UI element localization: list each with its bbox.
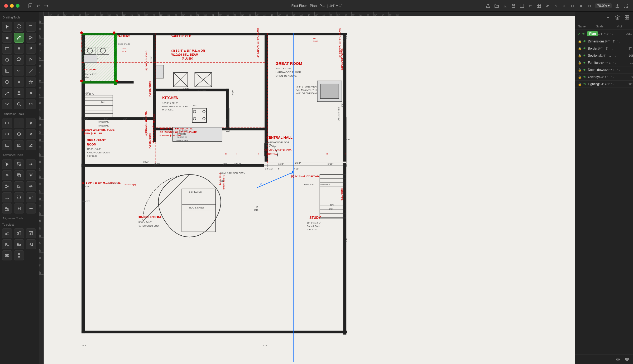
para-tool[interactable]: P — [26, 44, 36, 54]
lighting-scale-arrows[interactable]: ⌃⌄ — [611, 83, 615, 86]
adv-trim-tool[interactable] — [26, 170, 36, 180]
layer-border[interactable]: 🔒 👁 Border 1/4" = 1' ⌃⌄ 37 — [575, 45, 633, 52]
dim-chain-tool[interactable] — [2, 129, 12, 139]
person-tool[interactable] — [14, 88, 24, 98]
hand-tool[interactable] — [2, 33, 12, 43]
export-icon[interactable] — [615, 3, 620, 9]
maximize-button[interactable] — [16, 4, 20, 8]
dim-baseline-tool[interactable] — [2, 140, 12, 150]
dim-linear-tool[interactable] — [2, 118, 12, 128]
plan-scale-arrows[interactable]: ⌃⌄ — [610, 32, 614, 35]
lighting-eye-icon[interactable]: 👁 — [583, 82, 586, 86]
align-left-bottom-btn[interactable] — [2, 228, 12, 238]
layers2-icon[interactable] — [519, 3, 525, 9]
adv-move-tool[interactable] — [2, 170, 12, 180]
plan-eye-icon[interactable]: 👁 — [582, 32, 586, 36]
adv-split-tool[interactable] — [26, 159, 36, 169]
sectional-eye-icon[interactable]: 👁 — [583, 54, 586, 57]
download-icon[interactable] — [502, 3, 508, 9]
settings-icon[interactable] — [615, 356, 621, 363]
dim-eye-icon[interactable]: 👁 — [583, 40, 586, 43]
dim-text-tool[interactable]: T — [14, 118, 24, 128]
sync-icon[interactable]: ⟳ — [544, 3, 550, 9]
folder-icon[interactable] — [494, 3, 500, 9]
doors-scale-arrows[interactable]: ⌃⌄ — [616, 69, 620, 71]
cut2-icon[interactable]: ✂ — [528, 3, 533, 9]
circle-tool[interactable] — [2, 55, 12, 65]
layer-lighting[interactable]: 🔒 👁 Lighting 1/4" = 1' ⌃⌄ 126 — [575, 81, 633, 88]
undo-icon[interactable]: ↩ — [35, 3, 41, 9]
adv-cut2-tool[interactable] — [14, 181, 24, 191]
tool3-icon[interactable]: ⊡ — [587, 3, 592, 9]
blueprint-drawing[interactable]: (3) 1 3/4" x 18" M.L.'s OR W10x26 STL. B… — [44, 16, 575, 364]
tool2-icon[interactable]: ⊠ — [578, 3, 584, 9]
scissors-tool[interactable] — [26, 33, 36, 43]
new-doc-icon[interactable] — [27, 3, 33, 9]
canvas-area[interactable]: 12' 13' 14' 15' 16' 17' 18' 19' 20' 21' … — [39, 12, 575, 364]
dim-radius-tool[interactable] — [14, 129, 24, 139]
adv-pointer-tool[interactable] — [2, 159, 12, 169]
border-eye-icon[interactable]: 👁 — [583, 47, 586, 50]
adv-align2-tool[interactable] — [2, 203, 12, 213]
flag-tool[interactable] — [26, 55, 36, 65]
pen-tool[interactable] — [14, 33, 24, 43]
layer-plan[interactable]: ✓ 👁 Plan 1/4" = 1' ⌃⌄ 2069 — [575, 30, 633, 38]
sectional-scale-arrows[interactable]: ⌃⌄ — [612, 54, 617, 57]
select-arrow-tool[interactable] — [2, 22, 12, 32]
adv-rotate2-tool[interactable] — [14, 192, 24, 202]
adv-link-tool[interactable] — [26, 192, 36, 202]
zoom-tool[interactable] — [14, 99, 24, 109]
adv-copy-tool[interactable] — [14, 170, 24, 180]
dim-leader-tool[interactable] — [26, 140, 36, 150]
grid-icon[interactable] — [536, 3, 542, 9]
adv-group-tool[interactable] — [14, 159, 24, 169]
doors-eye-icon[interactable]: 👁 — [583, 68, 586, 72]
line-tool[interactable] — [26, 66, 36, 76]
minimize-button[interactable] — [10, 4, 14, 8]
adv-connect-tool[interactable] — [26, 203, 36, 213]
close-button[interactable] — [4, 4, 8, 8]
align-right-top-btn[interactable] — [26, 239, 36, 249]
filter-icon[interactable] — [605, 14, 611, 21]
rect-tool[interactable] — [2, 44, 12, 54]
text-tool[interactable]: A — [14, 44, 24, 54]
furniture-scale-arrows[interactable]: ⌃⌄ — [612, 61, 616, 64]
layer-doors-windows[interactable]: 🔒 👁 Door...dows 1/4" = 1' ⌃⌄ 231 — [575, 66, 633, 74]
angle-tool[interactable] — [2, 66, 12, 76]
redo-icon[interactable]: ↪ — [43, 3, 49, 9]
furniture-eye-icon[interactable]: 👁 — [583, 61, 586, 65]
layers-icon[interactable] — [614, 14, 621, 21]
scribble-tool[interactable] — [2, 99, 12, 109]
tool1-icon[interactable]: ⊟ — [570, 3, 576, 9]
print-icon[interactable] — [511, 3, 516, 9]
layer-sectional[interactable]: 🔒 👁 Sectional 1/4" = 1' ⌃⌄ 1055 — [575, 52, 633, 59]
align-center-v-btn[interactable] — [14, 228, 24, 238]
border-scale-arrows[interactable]: ⌃⌄ — [609, 47, 613, 50]
cloud-tool[interactable] — [14, 55, 24, 65]
zoom-control[interactable]: 70.0% ▾ — [595, 3, 612, 8]
dist-v-btn[interactable] — [14, 250, 24, 260]
overlay-scale-arrows[interactable]: ⌃⌄ — [610, 76, 615, 79]
layer-dimensions[interactable]: 🔒 👁 Dimensions 1/4" = 1' ⌃⌄ 522 — [575, 38, 633, 45]
rotate-tool[interactable] — [14, 22, 24, 32]
dim-scale-arrows[interactable]: ⌃⌄ — [616, 40, 620, 43]
grid2-icon[interactable] — [624, 14, 630, 21]
node-tool[interactable] — [14, 77, 24, 87]
pen2-tool[interactable] — [2, 88, 12, 98]
layer-furniture[interactable]: 🔒 👁 Furniture 1/4" = 1' ⌃⌄ 105 — [575, 59, 633, 66]
wave-tool[interactable] — [14, 66, 24, 76]
fullscreen-icon[interactable] — [623, 3, 629, 9]
align-right-bottom-btn[interactable] — [26, 228, 36, 238]
layer-overlay[interactable]: 🔒 👁 Overlay 1/4" = 1' ⌃⌄ 9 — [575, 74, 633, 81]
hex-tool[interactable] — [2, 77, 12, 87]
star-tool[interactable] — [26, 77, 36, 87]
dim-clear-tool[interactable]: ✕ — [26, 129, 36, 139]
align-center-h-btn[interactable] — [14, 239, 24, 249]
adv-dist-tool[interactable] — [14, 203, 24, 213]
scale-ref-tool[interactable]: 1:1 — [26, 99, 36, 109]
snap-icon[interactable]: ⊞ — [561, 3, 567, 9]
dim-angle-tool[interactable] — [14, 140, 24, 150]
overlay-eye-icon[interactable]: 👁 — [583, 75, 586, 79]
align-left-top-btn[interactable] — [2, 239, 12, 249]
home-icon[interactable]: ⌂ — [553, 3, 559, 9]
